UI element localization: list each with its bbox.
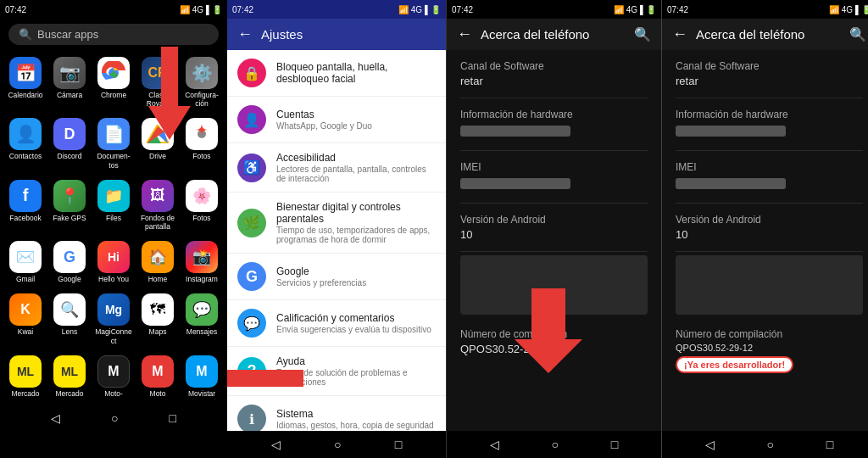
about-build-3[interactable]: Número de compilación QPOS30.52-29-12: [460, 318, 648, 362]
back-btn-3[interactable]: ◁: [490, 438, 499, 451]
app-item-clash[interactable]: CR Clash Royale: [137, 53, 178, 111]
app-item-lens[interactable]: 🔍 Lens: [49, 290, 90, 348]
app-icon-chrome: [97, 57, 130, 89]
settings-header: ← Ajustes: [227, 19, 446, 50]
app-item-configuracion[interactable]: ⚙️ Configura-ción: [181, 53, 222, 111]
about-search-icon-4[interactable]: 🔍: [849, 26, 866, 42]
app-label-calendario: Calendario: [8, 91, 42, 99]
settings-item-calificacion[interactable]: 💬 Calificación y comentarios Envía suger…: [227, 300, 446, 347]
hidden-section-4: [676, 255, 863, 315]
app-label-magiconnect: MagiConnect: [95, 327, 132, 344]
imei-blurred: [460, 178, 570, 189]
app-item-facebook[interactable]: f Facebook: [5, 176, 46, 234]
about-item-canal-4: Canal de Software retar: [676, 50, 863, 98]
about-item-imei: IMEI: [460, 151, 648, 204]
about-back-icon-4[interactable]: ←: [672, 25, 687, 43]
home-btn-2[interactable]: ○: [334, 438, 341, 451]
app-icon-contactos: 👤: [9, 118, 42, 150]
app-item-moto[interactable]: M Moto-: [93, 352, 134, 401]
header-back-icon[interactable]: ←: [237, 25, 253, 43]
time-4: 07:42: [667, 5, 688, 14]
settings-item-sistema[interactable]: ℹ Sistema Idiomas, gestos, hora, copia d…: [227, 396, 446, 431]
app-item-fondos[interactable]: 🖼 Fondos de pantalla: [137, 176, 178, 234]
nav-bar-1: ◁ ○ □: [0, 405, 227, 432]
settings-text-cuentas: Cuentas WhatsApp, Google y Duo: [276, 109, 436, 131]
app-item-magiconnect[interactable]: Mg MagiConnect: [93, 290, 134, 348]
about-search-icon-3[interactable]: 🔍: [634, 26, 651, 42]
recents-btn-2[interactable]: □: [395, 438, 402, 451]
settings-item-google[interactable]: G Google Servicios y preferencias: [227, 254, 446, 300]
app-icon-clash: CR: [142, 57, 174, 89]
app-label-fotos2: Fotos: [192, 214, 210, 222]
app-icon-calendario: 📅: [9, 57, 42, 89]
status-bar-1: 07:42 📶 4G ▌🔋: [0, 0, 227, 19]
settings-icon-google: G: [237, 262, 266, 291]
app-item-contactos[interactable]: 👤 Contactos: [5, 114, 46, 172]
app-label-facebook: Facebook: [9, 214, 41, 222]
app-item-docs[interactable]: 📄 Documen-tos: [93, 114, 134, 172]
settings-item-ayuda[interactable]: ? Ayuda Temas de solución de problemas e…: [227, 347, 446, 396]
about-header-3: ← Acerca del teléfono 🔍: [447, 19, 661, 50]
app-item-home[interactable]: 🏠 Home: [137, 237, 178, 287]
app-item-movistar[interactable]: M Movistar: [181, 352, 222, 401]
app-icon-mercado: ML: [9, 355, 42, 388]
settings-item-bloqueo[interactable]: 🔒 Bloqueo pantalla, huella, desbloqueo f…: [227, 50, 446, 97]
app-icon-configuracion: ⚙️: [186, 57, 218, 89]
home-btn-1[interactable]: ○: [111, 411, 118, 425]
settings-icon-ayuda: ?: [237, 357, 266, 386]
settings-item-accesibilidad[interactable]: ♿ Accesibilidad Lectores de pantalla, pa…: [227, 143, 446, 193]
app-item-moto2[interactable]: M Moto: [137, 352, 178, 401]
app-item-mensajes[interactable]: 💬 Mensajes: [181, 290, 222, 348]
panel-app-drawer: 07:42 📶 4G ▌🔋 🔍 Buscar apps 📅 Calendario…: [0, 0, 227, 458]
about-build-4[interactable]: Número de compilación QPOS30.52-29-12 ¡Y…: [676, 318, 863, 380]
status-bar-3: 07:42 📶 4G ▌🔋: [447, 0, 661, 19]
app-icon-facebook: f: [9, 180, 42, 212]
settings-item-cuentas[interactable]: 👤 Cuentas WhatsApp, Google y Duo: [227, 97, 446, 143]
app-label-instagram: Instagram: [186, 275, 218, 283]
app-item-helloyou[interactable]: Hi Hello You: [93, 237, 134, 287]
app-item-instagram[interactable]: 📸 Instagram: [181, 237, 222, 287]
hardware-blurred: [460, 126, 570, 137]
app-icon-fondos: 🖼: [142, 180, 174, 212]
settings-header-title: Ajustes: [261, 27, 303, 42]
app-item-mercado2[interactable]: ML Mercado: [49, 352, 90, 401]
recents-btn-4[interactable]: □: [826, 438, 833, 451]
back-btn-4[interactable]: ◁: [705, 438, 715, 451]
app-item-kwai[interactable]: K Kwai: [5, 290, 46, 348]
app-label-mensajes: Mensajes: [186, 327, 217, 336]
about-item-android-4: Versión de Android 10: [676, 204, 863, 252]
app-icon-google: G: [53, 241, 86, 273]
app-label-configuracion: Configura-ción: [183, 91, 220, 108]
home-btn-4[interactable]: ○: [767, 438, 774, 451]
app-label-gmail: Gmail: [16, 275, 35, 283]
recents-btn-3[interactable]: □: [611, 438, 618, 451]
app-item-files[interactable]: 📁 Files: [93, 176, 134, 234]
settings-item-bienestar[interactable]: 🌿 Bienestar digital y controles parental…: [227, 193, 446, 254]
app-item-chrome[interactable]: Chrome: [93, 53, 134, 111]
app-icon-drive: [142, 118, 174, 150]
back-btn-1[interactable]: ◁: [51, 411, 60, 425]
app-icon-magiconnect: Mg: [97, 293, 130, 326]
app-item-gmail[interactable]: ✉️ Gmail: [5, 237, 46, 287]
app-item-mercado[interactable]: ML Mercado: [5, 352, 46, 401]
app-item-fotos1[interactable]: Fotos: [181, 114, 222, 172]
app-icon-files: 📁: [97, 180, 130, 212]
home-btn-3[interactable]: ○: [552, 438, 559, 451]
app-item-maps[interactable]: 🗺 Maps: [137, 290, 178, 348]
app-item-fotos2[interactable]: 🌸 Fotos: [181, 176, 222, 234]
app-item-fakegps[interactable]: 📍 Fake GPS: [49, 176, 90, 234]
about-back-icon-3[interactable]: ←: [457, 25, 472, 43]
app-item-calendario[interactable]: 📅 Calendario: [5, 53, 46, 111]
app-item-camara[interactable]: 📷 Cámara: [49, 53, 90, 111]
back-btn-2[interactable]: ◁: [271, 438, 281, 451]
settings-text-sistema: Sistema Idiomas, gestos, hora, copia de …: [276, 408, 436, 430]
app-label-moto2: Moto: [150, 389, 166, 398]
recents-btn-1[interactable]: □: [170, 411, 176, 425]
search-bar[interactable]: 🔍 Buscar apps: [8, 24, 219, 45]
app-item-discord[interactable]: D Discord: [49, 114, 90, 172]
app-item-google[interactable]: G Google: [49, 237, 90, 287]
app-label-lens: Lens: [62, 327, 77, 336]
app-icon-moto2: M: [142, 355, 174, 388]
app-item-drive[interactable]: Drive: [137, 114, 178, 172]
about-item-imei-4: IMEI: [676, 151, 863, 204]
